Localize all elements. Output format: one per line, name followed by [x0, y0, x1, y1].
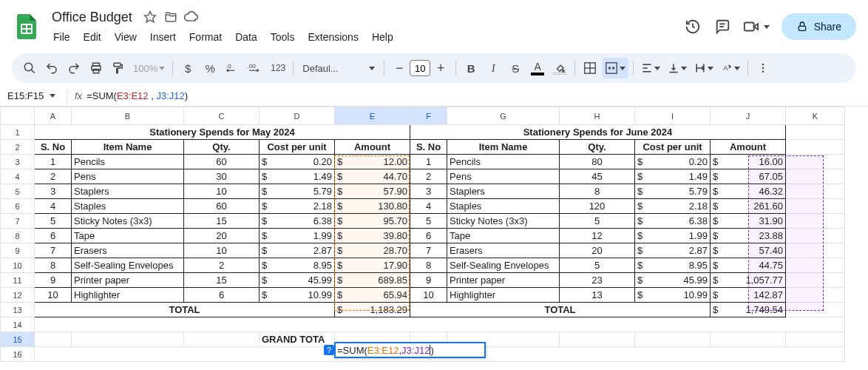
more-formats-button[interactable]: 123 [268, 58, 288, 78]
cell[interactable] [72, 332, 184, 347]
table-cell[interactable]: 8 [35, 258, 72, 273]
table-cell[interactable]: 2 [35, 169, 72, 184]
cell[interactable] [786, 258, 845, 273]
table-cell[interactable]: 15 [184, 273, 260, 288]
row-header-4[interactable]: 4 [1, 169, 35, 184]
table-cell[interactable]: $0.20 [635, 155, 711, 169]
table-cell[interactable]: Pencils [72, 155, 184, 169]
table-cell[interactable]: $67.05 [711, 169, 786, 184]
row-header-7[interactable]: 7 [1, 214, 35, 229]
italic-button[interactable]: I [483, 58, 503, 78]
cell[interactable] [786, 243, 845, 258]
table-cell[interactable]: Sticky Notes (3x3) [72, 214, 184, 229]
zoom-select[interactable]: 100% [130, 58, 168, 78]
search-menus-icon[interactable] [19, 58, 40, 78]
col-header-i[interactable]: I [635, 107, 711, 125]
table-cell[interactable]: 80 [560, 155, 635, 169]
col-header-d[interactable]: D [260, 107, 335, 125]
table-cell[interactable]: 5 [35, 214, 72, 229]
table-cell[interactable]: $28.70 [335, 243, 410, 258]
table-cell[interactable]: 7 [410, 243, 447, 258]
table-cell[interactable]: $16.00 [711, 155, 786, 169]
table-cell[interactable]: Highlighter [447, 288, 560, 303]
table-cell[interactable]: $6.38 [635, 214, 711, 229]
table-cell[interactable]: $689.85 [335, 273, 410, 288]
table-cell[interactable]: 10 [184, 184, 260, 199]
col-header-c[interactable]: C [184, 107, 260, 125]
row-header-8[interactable]: 8 [1, 229, 35, 243]
cell[interactable] [786, 169, 845, 184]
row-header-16[interactable]: 16 [1, 347, 35, 362]
hdr-amount2[interactable]: Amount [711, 140, 786, 155]
table-cell[interactable]: $10.99 [260, 288, 335, 303]
table-cell[interactable]: 10 [35, 288, 72, 303]
table-cell[interactable]: Staplers [72, 184, 184, 199]
table-cell[interactable]: 13 [560, 288, 635, 303]
table-cell[interactable]: Staples [72, 199, 184, 214]
table-cell[interactable]: $5.79 [260, 184, 335, 199]
doc-title[interactable]: Office Budget [47, 8, 137, 27]
font-select[interactable]: Defaul... [298, 58, 379, 78]
col-header-e[interactable]: E [335, 107, 410, 125]
table-cell[interactable]: 9 [35, 273, 72, 288]
decrease-fontsize-button[interactable]: − [389, 58, 410, 78]
menu-data[interactable]: Data [229, 28, 263, 46]
hdr-qty2[interactable]: Qty. [560, 140, 635, 155]
june-title-cell[interactable]: Stationery Spends for June 2024 [410, 125, 786, 140]
table-cell[interactable]: 3 [410, 184, 447, 199]
table-cell[interactable]: $6.38 [260, 214, 335, 229]
cell[interactable] [786, 140, 845, 155]
col-header-j[interactable]: J [711, 107, 786, 125]
table-cell[interactable]: $2.18 [635, 199, 711, 214]
table-cell[interactable]: Highlighter [72, 288, 184, 303]
may-total-amount[interactable]: $1,183.29 [335, 303, 410, 317]
hdr-amount[interactable]: Amount [335, 140, 410, 155]
table-cell[interactable]: 1 [35, 155, 72, 169]
hdr-qty[interactable]: Qty. [184, 140, 260, 155]
table-cell[interactable]: Sticky Notes (3x3) [447, 214, 560, 229]
table-cell[interactable]: $0.20 [260, 155, 335, 169]
bold-button[interactable]: B [461, 58, 481, 78]
rotate-button[interactable]: A [718, 58, 743, 78]
col-header-a[interactable]: A [35, 107, 72, 125]
table-cell[interactable]: 5 [560, 258, 635, 273]
may-title-cell[interactable]: Stationery Spends for May 2024 [35, 125, 410, 140]
menu-file[interactable]: File [47, 28, 76, 46]
row-header-1[interactable]: 1 [1, 125, 35, 140]
cell[interactable] [560, 332, 635, 347]
table-cell[interactable]: $44.70 [335, 169, 410, 184]
menu-format[interactable]: Format [183, 28, 228, 46]
hdr-sno2[interactable]: S. No [410, 140, 447, 155]
table-cell[interactable]: Pencils [447, 155, 560, 169]
cell[interactable] [635, 332, 711, 347]
menu-extensions[interactable]: Extensions [302, 28, 364, 46]
sheets-logo[interactable] [12, 12, 41, 41]
cell[interactable] [786, 155, 845, 169]
row-header-10[interactable]: 10 [1, 258, 35, 273]
currency-button[interactable]: $ [177, 58, 198, 78]
menu-help[interactable]: Help [366, 28, 399, 46]
table-cell[interactable]: $8.95 [260, 258, 335, 273]
table-cell[interactable]: $17.90 [335, 258, 410, 273]
row-header-12[interactable]: 12 [1, 288, 35, 303]
hdr-item2[interactable]: Item Name [447, 140, 560, 155]
hdr-item[interactable]: Item Name [72, 140, 184, 155]
table-cell[interactable]: $45.99 [260, 273, 335, 288]
percent-button[interactable]: % [200, 58, 220, 78]
undo-icon[interactable] [41, 58, 62, 78]
table-cell[interactable]: 12 [560, 229, 635, 243]
col-header-g[interactable]: G [447, 107, 560, 125]
table-cell[interactable]: 30 [184, 169, 260, 184]
table-cell[interactable]: $1,057.77 [711, 273, 786, 288]
table-cell[interactable]: $2.18 [260, 199, 335, 214]
table-cell[interactable]: $65.94 [335, 288, 410, 303]
table-cell[interactable]: $2.87 [635, 243, 711, 258]
align-button[interactable] [638, 58, 663, 78]
formula-help-icon[interactable]: ? [324, 345, 334, 355]
move-icon[interactable] [163, 10, 178, 24]
table-cell[interactable]: $1.49 [260, 169, 335, 184]
table-cell[interactable]: 23 [560, 273, 635, 288]
table-cell[interactable]: 20 [184, 229, 260, 243]
table-cell[interactable]: 20 [560, 243, 635, 258]
table-cell[interactable]: $261.60 [711, 199, 786, 214]
